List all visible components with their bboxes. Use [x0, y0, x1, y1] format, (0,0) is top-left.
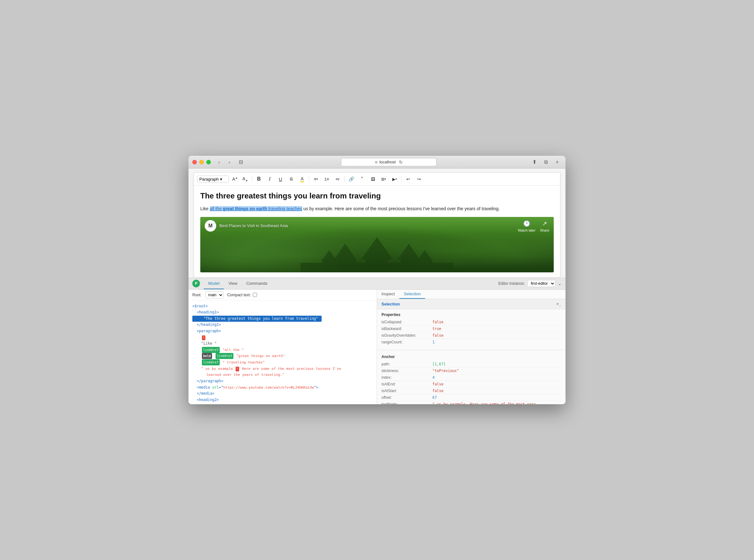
- undo-button[interactable]: ↩: [403, 175, 413, 183]
- back-button[interactable]: ‹: [215, 159, 224, 166]
- list-bullet-button[interactable]: •≡: [333, 175, 342, 183]
- link1[interactable]: all the: [210, 206, 223, 211]
- bottom-panel: P Model View Commands Editor instance: f…: [188, 278, 566, 404]
- anchor-key-6: textNode:: [382, 402, 432, 404]
- link-button[interactable]: 🔗: [346, 175, 356, 183]
- menu-icon: ≡: [375, 160, 377, 165]
- paragraph-rest: Here are some of the most precious lesso…: [333, 206, 500, 211]
- text-size-up-icon: A▲: [232, 177, 238, 182]
- list-ordered-icon: 1≡: [324, 177, 329, 182]
- redo-button[interactable]: ↪: [414, 175, 424, 183]
- tree-node-paragraph-close: </paragraph>: [192, 378, 373, 384]
- tab-view[interactable]: View: [224, 278, 242, 289]
- quote-button[interactable]: ": [357, 175, 367, 183]
- editor-paragraph: Like all the great things on earth trave…: [200, 205, 554, 212]
- paragraph-before-link: Like: [200, 206, 210, 211]
- inspect-section-header: Selection >_: [377, 299, 566, 309]
- prop-row-0: isCollapsed: false: [382, 319, 561, 325]
- tree-node-heading2-open[interactable]: <heading2>: [192, 397, 373, 403]
- anchor-key-1: stickiness:: [382, 368, 432, 373]
- panel-content: Root: main Compact text: <$root> <headin…: [188, 289, 566, 404]
- tree-panel: Root: main Compact text: <$root> <headin…: [188, 289, 377, 404]
- tab-model[interactable]: Model: [204, 278, 224, 289]
- temple-silhouette-svg: [282, 234, 472, 272]
- tab-inspect[interactable]: Inspect: [377, 289, 399, 299]
- image-button[interactable]: 🖼: [368, 175, 378, 183]
- sidebar-toggle-button[interactable]: ⊟: [236, 159, 245, 166]
- root-select[interactable]: main: [205, 292, 224, 299]
- anchor-val-2: 4: [432, 375, 435, 380]
- video-embed[interactable]: M Best Places to Visit in Southeast Asia…: [200, 217, 554, 272]
- separator-3: [344, 176, 345, 182]
- editor-content[interactable]: The three greatest things you learn from…: [194, 186, 560, 277]
- reload-button[interactable]: ↻: [399, 160, 403, 165]
- fullscreen-button[interactable]: [206, 160, 211, 164]
- align-arrow: ▾: [317, 177, 318, 181]
- highlight-button[interactable]: A: [298, 175, 307, 183]
- watch-later-button[interactable]: 🕐 Watch later: [518, 220, 535, 232]
- anchor-row-0: path: [1,67]: [382, 361, 561, 367]
- tree-node-link1: linkHref "all the ": [192, 347, 373, 353]
- media-arrow: ▾: [395, 177, 397, 181]
- inspect-sub-tabs: Inspect Selection: [377, 289, 566, 299]
- paragraph-select[interactable]: Paragraph ▾: [197, 176, 229, 183]
- dropdown-arrow-icon: ▾: [220, 177, 222, 182]
- tab-selection[interactable]: Selection: [399, 289, 425, 299]
- anchor-val-1: "toPrevious": [432, 368, 459, 373]
- underline-button[interactable]: U: [276, 175, 285, 183]
- table-arrow: ▾: [385, 177, 386, 181]
- align-button[interactable]: ≡ ▾: [311, 175, 321, 183]
- svg-marker-4: [398, 244, 420, 260]
- anchor-key-0: path:: [382, 362, 432, 366]
- inspect-cmd-button[interactable]: >_: [556, 302, 561, 306]
- share-button[interactable]: ⬆: [530, 159, 539, 166]
- share-video-button[interactable]: ↗ Share: [540, 220, 549, 232]
- tree-node-paragraph-open[interactable]: <paragraph>: [192, 328, 373, 335]
- bold-button[interactable]: B: [254, 175, 264, 183]
- panel-chevron-icon[interactable]: ⌄: [558, 281, 562, 286]
- compact-text-checkbox[interactable]: [253, 293, 257, 297]
- tree-node-media[interactable]: <media url="https://www.youtube.com/watc…: [192, 384, 373, 391]
- error-badge: !: [202, 336, 205, 340]
- video-left: M Best Places to Visit in Southeast Asia: [205, 220, 288, 232]
- svg-marker-8: [417, 250, 433, 261]
- tab-commands[interactable]: Commands: [242, 278, 271, 289]
- address-bar-container: ≡ localhost ↻: [248, 158, 530, 166]
- new-tab-button[interactable]: +: [553, 159, 562, 166]
- properties-title: Properties: [382, 313, 561, 317]
- tree-node-link3: linkHref " traveling teaches": [192, 359, 373, 366]
- anchor-val-6: " us by example. Here are some of the mo…: [432, 402, 538, 404]
- prop-key-1: isBackward:: [382, 326, 432, 331]
- editor-instance-select[interactable]: first-editor: [527, 280, 555, 287]
- strikethrough-button[interactable]: S: [287, 175, 296, 183]
- italic-button[interactable]: I: [265, 175, 274, 183]
- close-button[interactable]: [192, 160, 197, 164]
- text-size-down-button[interactable]: A▼: [240, 175, 250, 183]
- panel-logo[interactable]: P: [192, 280, 200, 287]
- address-bar[interactable]: ≡ localhost ↻: [341, 158, 436, 166]
- link3[interactable]: traveling teaches: [267, 206, 302, 211]
- forward-button[interactable]: ›: [225, 159, 234, 166]
- tree-content[interactable]: <$root> <heading1> "The three greatest t…: [188, 301, 377, 404]
- anchor-row-4: isAtStart: false: [382, 388, 561, 394]
- table-button[interactable]: ⊞ ▾: [379, 175, 388, 183]
- minimize-button[interactable]: [199, 160, 204, 164]
- new-window-button[interactable]: ⧉: [541, 159, 550, 166]
- anchor-val-3: false: [432, 382, 444, 386]
- media-button[interactable]: ▶ ▾: [390, 175, 399, 183]
- anchor-key-4: isAtStart:: [382, 388, 432, 393]
- tree-node-heading1-text[interactable]: "The three greatest things you learn fro…: [192, 316, 322, 322]
- anchor-title: Anchor: [382, 355, 561, 359]
- list-ordered-button[interactable]: 1≡: [322, 175, 331, 183]
- tree-node-heading1-open[interactable]: <heading1>: [192, 309, 373, 316]
- traffic-lights: [192, 160, 211, 164]
- link2-bold[interactable]: great things on earth: [223, 206, 267, 211]
- anchor-val-4: false: [432, 388, 444, 393]
- svg-marker-6: [321, 250, 337, 261]
- browser-window: ‹ › ⊟ ≡ localhost ↻ ⬆ ⧉ + Paragraph ▾: [188, 156, 566, 404]
- anchor-val-5: 67: [432, 395, 437, 400]
- svg-marker-0: [361, 237, 393, 260]
- anchor-row-6: textNode: " us by example. Here are some…: [382, 401, 561, 404]
- highlight-icon: A: [301, 176, 303, 182]
- text-size-up-button[interactable]: A▲: [230, 175, 240, 183]
